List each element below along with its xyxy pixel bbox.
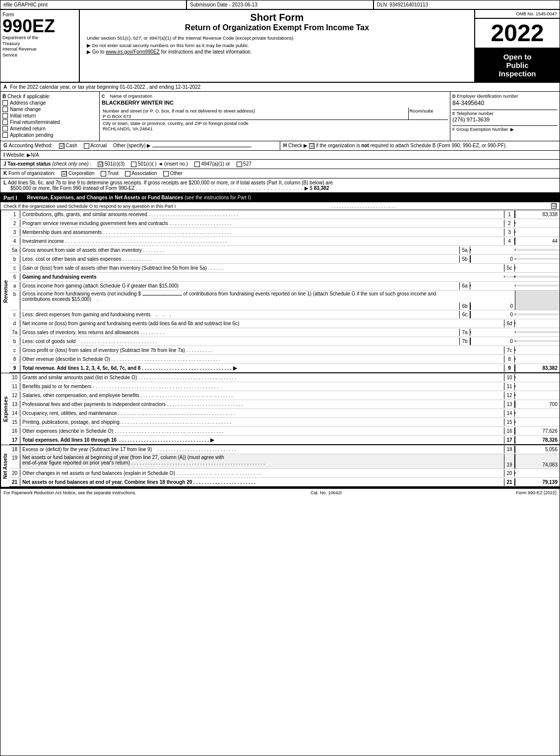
checkbox-final-return[interactable]: Final return/terminated (2, 119, 97, 125)
row21-linenum: 21 (504, 478, 515, 486)
row5b-label: Less: cost or other basis and sales expe… (20, 256, 459, 262)
city-value: RICHLANDS, VA 24641 (103, 126, 447, 131)
j-501c-row[interactable]: 501(c)( ) ◄ (insert no.) (131, 161, 189, 167)
final-return-checkbox[interactable] (2, 119, 8, 125)
checkbox-name-change[interactable]: Name change (2, 107, 97, 112)
row20-num: 20 (9, 469, 20, 477)
j-501c3-checkbox[interactable]: ☑ (98, 162, 103, 167)
j-527-label: 527 (243, 161, 251, 167)
row13-num: 13 (9, 401, 20, 408)
app-pending-label: Application pending (10, 132, 53, 138)
other-specify: Other (specify) ▶ (113, 143, 151, 148)
row3-value (515, 231, 560, 233)
return-title: Return of Organization Exempt From Incom… (82, 23, 472, 32)
row7a-num: 7a (9, 329, 20, 336)
accounting-method-label: Accounting Method: (9, 143, 53, 148)
amended-return-checkbox[interactable] (2, 126, 8, 131)
row7a-value (515, 331, 560, 333)
row11-num: 11 (9, 383, 20, 390)
section-h-text: Check ▶ (288, 143, 309, 148)
section-i-text: Website: ▶N/A (6, 152, 39, 158)
h-checkbox[interactable]: ☑ (309, 143, 314, 149)
row15-linenum: 15 (504, 418, 515, 426)
k-other-row[interactable]: Other (163, 171, 183, 176)
accrual-checkbox[interactable] (84, 143, 89, 149)
k-corp-row[interactable]: ☑ Corporation (62, 171, 96, 176)
instruction1: Under section 501(c), 527, or 4947(a)(1)… (87, 35, 467, 41)
row7c-value (515, 349, 560, 351)
row6a-subvalue (470, 285, 515, 287)
checkbox-amended-return[interactable]: Amended return (2, 126, 97, 131)
row17-num: 17 (9, 436, 20, 444)
row4-value: 44 (515, 237, 560, 245)
short-form-title: Short Form (82, 12, 472, 23)
row21-num: 21 (9, 478, 20, 486)
other-specify-field[interactable] (152, 147, 251, 147)
k-assoc-row[interactable]: Association (125, 171, 158, 176)
checkbox-initial-return[interactable]: Initial return (2, 113, 97, 118)
row7c-num: c (9, 347, 20, 354)
checkbox-app-pending[interactable]: Application pending (2, 132, 97, 138)
j-501c3-row[interactable]: ☑ 501(c)(3) (98, 161, 126, 167)
row6c-value (515, 313, 560, 315)
instruction2: ▶ Do not enter social security numbers o… (87, 43, 467, 48)
row16-num: 16 (9, 427, 20, 435)
row4-linenum: 4 (504, 237, 515, 245)
address-change-checkbox[interactable] (2, 100, 8, 106)
row7c-label: Gross profit or (loss) from sales of inv… (20, 347, 504, 353)
row6b-value (515, 291, 560, 310)
cash-checkbox-row[interactable]: ☑ Cash (59, 143, 79, 148)
k-corp-checkbox[interactable]: ☑ (62, 171, 67, 176)
j-501c-checkbox[interactable] (131, 162, 136, 167)
app-pending-checkbox[interactable] (2, 132, 8, 138)
schedule-o-checkbox[interactable]: ☑ (551, 203, 557, 209)
row6c-num: c (9, 311, 20, 318)
row11-value (515, 385, 560, 387)
row5b-subnum: 5b (459, 255, 470, 263)
row6d-value (515, 322, 560, 324)
row9-value: 83,382 (515, 364, 560, 372)
row3-linenum: 3 (504, 229, 515, 236)
row10-value (515, 376, 560, 378)
row20-label: Other changes in net assets or fund bala… (20, 470, 504, 476)
row6d-label: Net income or (loss) from gaming and fun… (20, 320, 504, 327)
row17-value: 78,326 (515, 436, 560, 444)
k-other-checkbox[interactable] (163, 171, 169, 176)
initial-return-checkbox[interactable] (2, 113, 8, 118)
row9-label: Total revenue. Add lines 1, 2, 3, 4, 5c,… (20, 365, 504, 371)
section-c-label: C (102, 94, 105, 99)
address-field-label: Number and street (or P. O. box, if mail… (103, 108, 407, 114)
row10-linenum: 10 (504, 374, 515, 381)
k-trust-checkbox[interactable] (101, 171, 106, 176)
submission-date-text: Submission Date - 2023-06-13 (190, 2, 257, 7)
k-corp-label: Corporation (68, 171, 94, 176)
j-527-checkbox[interactable] (237, 162, 242, 167)
accrual-checkbox-row[interactable]: Accrual (84, 143, 108, 148)
row5b-value (515, 258, 560, 260)
j-4947-row[interactable]: 4947(a)(1) or (194, 161, 232, 167)
group-exemption: F Group Exemption Number ▶ (452, 125, 558, 132)
checkbox-address-change[interactable]: Address change (2, 100, 97, 106)
open-inspection-box: Open to Public Inspection (475, 49, 560, 82)
row4-label: Investment income . . . . . . . . . . . … (20, 238, 504, 244)
j-527-row[interactable]: 527 (237, 161, 251, 167)
expenses-side-label: Expenses (0, 373, 9, 445)
section-h-description: if the organization is not required to a… (316, 143, 507, 148)
name-change-checkbox[interactable] (2, 107, 8, 112)
section-d-label: D Employer identification number (452, 94, 558, 99)
j-4947-checkbox[interactable] (194, 162, 200, 167)
row16-label: Other expenses (describe in Schedule O) … (20, 428, 504, 434)
row1-value: 83,338 (515, 211, 560, 218)
k-assoc-label: Association (131, 171, 157, 176)
open-to-text: Open to (478, 53, 557, 61)
row5c-linenum: 5c (504, 264, 515, 272)
k-trust-row[interactable]: Trust (101, 171, 120, 176)
row6a-value (515, 285, 560, 287)
phone-label: E Telephone number (452, 110, 558, 116)
row5b-subvalue: 0 (470, 255, 515, 263)
j-501c3-label: 501(c)(3) (105, 161, 125, 167)
row16-value: 77,626 (515, 427, 560, 435)
k-assoc-checkbox[interactable] (125, 171, 130, 176)
row5c-value (515, 267, 560, 269)
section-g-label: G (3, 143, 9, 148)
